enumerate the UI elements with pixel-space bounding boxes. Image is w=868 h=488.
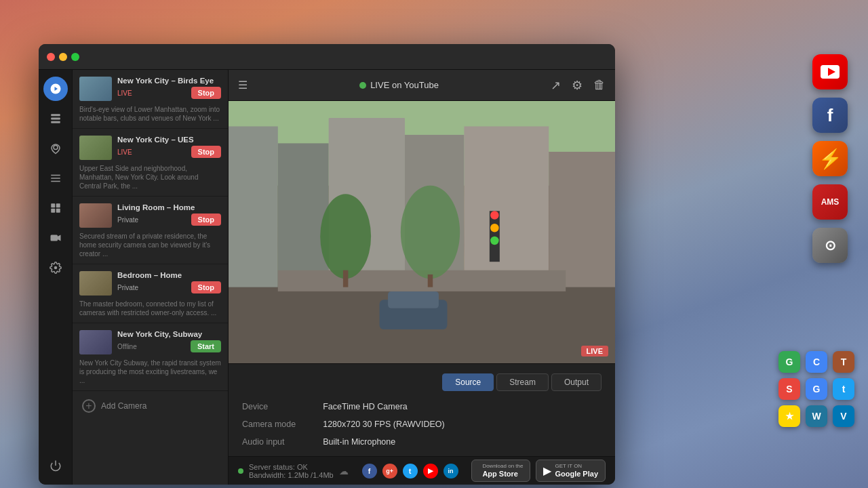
camera-status-row: LIVE Stop: [117, 146, 221, 158]
googleplay-button[interactable]: ▶ GET IT ON Google Play: [536, 460, 606, 482]
device-label: Device: [242, 402, 296, 411]
mini-app-8[interactable]: W: [806, 405, 827, 427]
camera-description: The master bedroom, connected to my list…: [79, 300, 221, 317]
add-camera-button[interactable]: + Add Camera: [73, 391, 228, 421]
server-status-label: Server status: OK: [249, 463, 334, 471]
mini-app-7[interactable]: ★: [778, 405, 800, 427]
mini-app-6[interactable]: t: [833, 378, 854, 400]
camera-item-header: New York City, Subway Offline Start: [79, 330, 221, 354]
close-button[interactable]: [47, 53, 55, 61]
camera-item-living-room[interactable]: Living Room – Home Private Stop Secured …: [73, 197, 228, 264]
mini-app-4[interactable]: S: [778, 378, 800, 400]
sidebar-item-settings[interactable]: [43, 256, 68, 280]
camera-list: New York City – Birds Eye LIVE Stop Bird…: [73, 70, 229, 485]
share-icon[interactable]: ↗: [551, 78, 561, 93]
tab-source[interactable]: Source: [442, 373, 494, 391]
googleplay-text: GET IT ON Google Play: [555, 463, 598, 479]
camera-name: New York City, Subway: [117, 330, 221, 338]
app-icon-s5[interactable]: ⊙: [812, 228, 848, 263]
svg-point-26: [320, 194, 371, 279]
camera-info: New York City, Subway Offline Start: [117, 330, 221, 352]
camera-description: New York City Subway, the rapid transit …: [79, 359, 221, 385]
svg-marker-14: [58, 235, 61, 241]
mini-app-2[interactable]: C: [806, 351, 827, 373]
social-twitter-button[interactable]: t: [403, 464, 418, 479]
footer: Server status: OK Bandwidth: 1.2Mb /1.4M…: [229, 456, 615, 485]
maximize-button[interactable]: [71, 53, 79, 61]
camera-action-button[interactable]: Stop: [191, 281, 221, 293]
camera-action-button[interactable]: Stop: [191, 146, 221, 158]
menu-icon[interactable]: ☰: [238, 79, 248, 92]
source-info: Device FaceTime HD Camera Camera mode 12…: [242, 402, 601, 447]
camera-mode-value: 868x488 30 FPS (RAWVIDEO): [323, 420, 601, 429]
mini-app-1[interactable]: G: [778, 351, 800, 373]
camera-thumbnail: [79, 330, 112, 354]
svg-rect-29: [428, 274, 433, 287]
social-facebook-button[interactable]: f: [362, 464, 377, 479]
sidebar-item-location[interactable]: [43, 136, 68, 161]
svg-rect-35: [388, 291, 439, 308]
svg-rect-8: [51, 181, 60, 182]
social-youtube-button[interactable]: ▶: [423, 464, 438, 479]
app-icon-youtube[interactable]: [812, 54, 848, 89]
svg-rect-7: [51, 178, 60, 179]
settings-icon[interactable]: ⚙: [572, 78, 583, 93]
camera-mode-label: Camera mode: [242, 420, 296, 429]
sidebar-icons: [39, 70, 73, 485]
sidebar-item-home[interactable]: [43, 77, 68, 101]
svg-rect-12: [56, 209, 60, 213]
tab-stream[interactable]: Stream: [496, 373, 549, 391]
main-layout: New York City – Birds Eye LIVE Stop Bird…: [39, 70, 615, 485]
mini-app-3[interactable]: T: [833, 351, 854, 373]
svg-rect-13: [50, 235, 58, 241]
social-linkedin-button[interactable]: in: [443, 464, 458, 479]
app-icon-ams[interactable]: AMS: [812, 184, 848, 220]
sidebar-item-power[interactable]: [43, 453, 68, 478]
camera-status-row: Private Stop: [117, 214, 221, 226]
preview-image: LIVE: [229, 101, 615, 363]
cloud-icon: ☁: [339, 466, 349, 476]
audio-input-value: Built-in Microphone: [323, 437, 601, 447]
window-controls: [47, 53, 79, 61]
camera-description: Bird's-eye view of Lower Manhattan, zoom…: [79, 105, 221, 123]
camera-thumbnail: [79, 271, 112, 296]
camera-action-button[interactable]: Stop: [191, 214, 221, 226]
camera-description: Secured stream of a private residence, t…: [79, 232, 221, 258]
camera-item-nyc-subway[interactable]: New York City, Subway Offline Start New …: [73, 323, 228, 391]
server-status-dot: [238, 468, 243, 474]
minimize-button[interactable]: [59, 53, 67, 61]
footer-status: Server status: OK Bandwidth: 1.2Mb /1.4M…: [238, 463, 349, 479]
footer-social: f g+ t ▶ in: [362, 464, 458, 479]
camera-item-nyc-ues[interactable]: New York City – UES LIVE Stop Upper East…: [73, 129, 228, 197]
sidebar-item-layers[interactable]: [43, 106, 68, 131]
svg-rect-2: [51, 114, 60, 116]
camera-name: New York City – UES: [117, 136, 221, 144]
footer-status-text: Server status: OK Bandwidth: 1.2Mb /1.4M…: [249, 463, 334, 479]
app-window: New York City – Birds Eye LIVE Stop Bird…: [39, 44, 615, 485]
tabs-row: Source Stream Output: [242, 373, 601, 391]
svg-rect-3: [51, 118, 60, 120]
delete-icon[interactable]: 🗑: [593, 78, 606, 92]
svg-point-5: [54, 146, 58, 150]
sidebar-item-list[interactable]: [43, 166, 68, 190]
app-icon-lightning[interactable]: ⚡: [812, 141, 848, 176]
top-bar: ☰ LIVE on YouTube ↗ ⚙ 🗑: [229, 70, 615, 101]
camera-item-header: New York City – Birds Eye LIVE Stop: [79, 77, 221, 101]
camera-action-button[interactable]: Stop: [191, 87, 221, 99]
appstore-button[interactable]: Download on the App Store: [471, 460, 530, 482]
add-camera-icon: +: [82, 399, 96, 413]
camera-item-nyc-birds-eye[interactable]: New York City – Birds Eye LIVE Stop Bird…: [73, 70, 228, 129]
bottom-panel: Source Stream Output Device FaceTime HD …: [229, 363, 615, 456]
tab-output[interactable]: Output: [551, 373, 601, 391]
sidebar-item-video[interactable]: [43, 226, 68, 250]
sidebar-item-grid[interactable]: [43, 196, 68, 220]
social-googleplus-button[interactable]: g+: [382, 464, 397, 479]
appstore-text: Download on the App Store: [482, 463, 523, 479]
camera-info: Living Room – Home Private Stop: [117, 203, 221, 226]
mini-app-9[interactable]: V: [833, 405, 854, 427]
camera-item-bedroom[interactable]: Bedroom – Home Private Stop The master b…: [73, 264, 228, 323]
app-icon-facebook[interactable]: f: [812, 98, 848, 133]
svg-rect-27: [343, 270, 348, 287]
mini-app-5[interactable]: G: [806, 378, 827, 400]
camera-action-button[interactable]: Start: [191, 340, 221, 352]
